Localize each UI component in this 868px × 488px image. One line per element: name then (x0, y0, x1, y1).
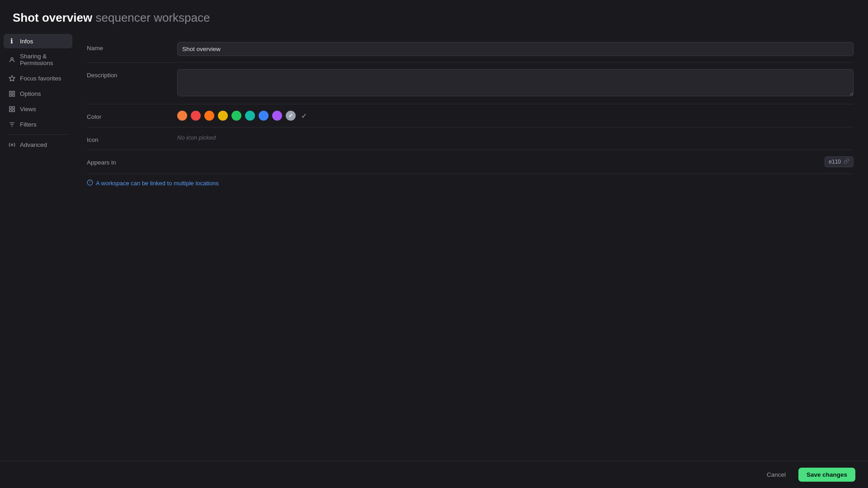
workspace-link[interactable]: A workspace can be linked to multiple lo… (87, 179, 854, 189)
svg-marker-1 (9, 75, 15, 81)
color-label: Color (87, 111, 177, 120)
color-swatch-5[interactable] (245, 111, 255, 121)
svg-point-0 (11, 57, 13, 60)
appears-in-tag-label: e110 (829, 159, 841, 165)
main-layout: ℹ Infos Sharing & Permissions Focus favo… (0, 32, 868, 461)
color-swatch-2[interactable] (204, 111, 214, 121)
appears-in-tag[interactable]: e110 (825, 156, 854, 167)
selected-checkmark: ✓ (301, 112, 307, 120)
icon-label: Icon (87, 134, 177, 143)
page-title-bold: Shot overview (13, 11, 92, 24)
sidebar-item-infos[interactable]: ℹ Infos (4, 34, 72, 48)
color-row: Color ✓ (87, 104, 854, 127)
svg-point-13 (11, 144, 13, 145)
bottom-bar: Cancel Save changes (0, 461, 868, 488)
sidebar-item-sharing[interactable]: Sharing & Permissions (4, 49, 72, 70)
svg-rect-4 (12, 94, 14, 96)
sidebar-item-focus[interactable]: Focus favorites (4, 71, 72, 85)
star-icon (8, 75, 15, 82)
icon-row: Icon No icon picked (87, 127, 854, 150)
appears-in-label: Appears in (87, 156, 177, 166)
sidebar-item-focus-label: Focus favorites (20, 75, 61, 82)
icon-control: No icon picked (177, 134, 854, 141)
icon-no-pick: No icon picked (177, 134, 216, 141)
sidebar-item-filters-label: Filters (20, 121, 37, 128)
name-input[interactable] (177, 42, 854, 56)
appears-in-control: e110 (177, 156, 854, 167)
sidebar-divider (8, 134, 68, 135)
sidebar-item-options[interactable]: Options (4, 86, 72, 101)
sidebar-item-advanced-label: Advanced (20, 141, 47, 148)
description-input[interactable] (177, 69, 854, 96)
sidebar-item-filters[interactable]: Filters (4, 117, 72, 131)
filters-icon (8, 121, 15, 128)
page-title-light: sequencer workspace (96, 11, 210, 24)
sidebar-item-advanced[interactable]: Advanced (4, 137, 72, 152)
description-row: Description (87, 63, 854, 104)
color-swatch-6[interactable] (259, 111, 269, 121)
content-area: Name Description Color (76, 32, 868, 461)
info-icon: ℹ (8, 38, 15, 45)
svg-rect-7 (12, 106, 14, 108)
svg-rect-9 (12, 109, 14, 111)
sidebar-item-views-label: Views (20, 106, 36, 113)
description-control (177, 69, 854, 98)
sharing-icon (8, 56, 15, 63)
save-button[interactable]: Save changes (798, 468, 855, 482)
sidebar: ℹ Infos Sharing & Permissions Focus favo… (0, 32, 76, 461)
sidebar-item-infos-label: Infos (20, 38, 33, 45)
color-swatch-8[interactable] (286, 111, 296, 121)
svg-rect-6 (9, 106, 11, 108)
name-row: Name (87, 36, 854, 63)
svg-rect-3 (12, 91, 14, 93)
sidebar-item-options-label: Options (20, 90, 41, 97)
info-circle-icon (87, 179, 93, 187)
color-swatch-0[interactable] (177, 111, 187, 121)
link-icon (844, 158, 849, 165)
color-swatch-3[interactable] (218, 111, 228, 121)
color-control: ✓ (177, 111, 854, 121)
name-control (177, 42, 854, 56)
color-swatch-1[interactable] (191, 111, 201, 121)
color-swatch-7[interactable] (272, 111, 282, 121)
advanced-icon (8, 141, 15, 148)
svg-rect-8 (9, 109, 11, 111)
workspace-link-text: A workspace can be linked to multiple lo… (96, 180, 219, 187)
color-swatch-4[interactable] (231, 111, 241, 121)
page-title: Shot overview sequencer workspace (13, 11, 855, 25)
views-icon (8, 105, 15, 113)
sidebar-item-sharing-label: Sharing & Permissions (20, 53, 68, 66)
description-label: Description (87, 69, 177, 79)
sidebar-item-views[interactable]: Views (4, 102, 72, 116)
cancel-button[interactable]: Cancel (760, 468, 793, 482)
svg-rect-5 (9, 94, 11, 96)
appears-in-row: Appears in e110 (87, 150, 854, 174)
svg-rect-2 (9, 91, 11, 93)
name-label: Name (87, 42, 177, 52)
color-swatches: ✓ (177, 111, 854, 121)
page-header: Shot overview sequencer workspace (0, 0, 868, 32)
options-icon (8, 90, 15, 97)
